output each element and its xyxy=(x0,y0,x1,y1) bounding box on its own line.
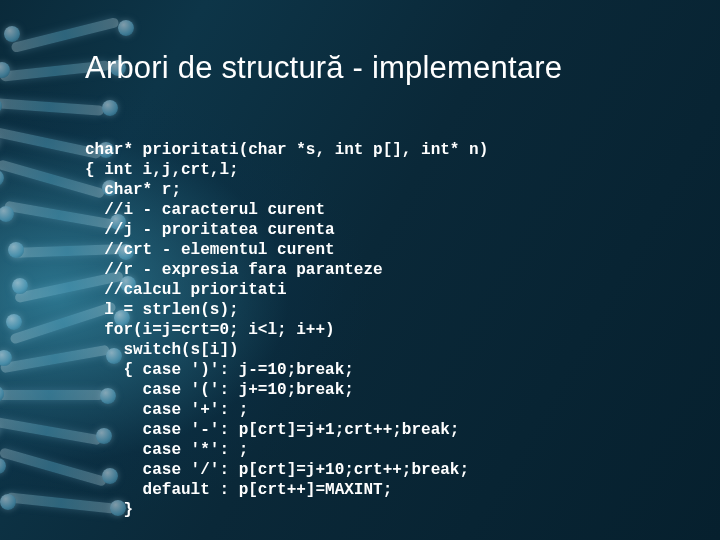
code-block: char* prioritati(char *s, int p[], int* … xyxy=(85,140,488,520)
slide: Arbori de structură - implementare char*… xyxy=(0,0,720,540)
slide-title: Arbori de structură - implementare xyxy=(85,50,562,86)
